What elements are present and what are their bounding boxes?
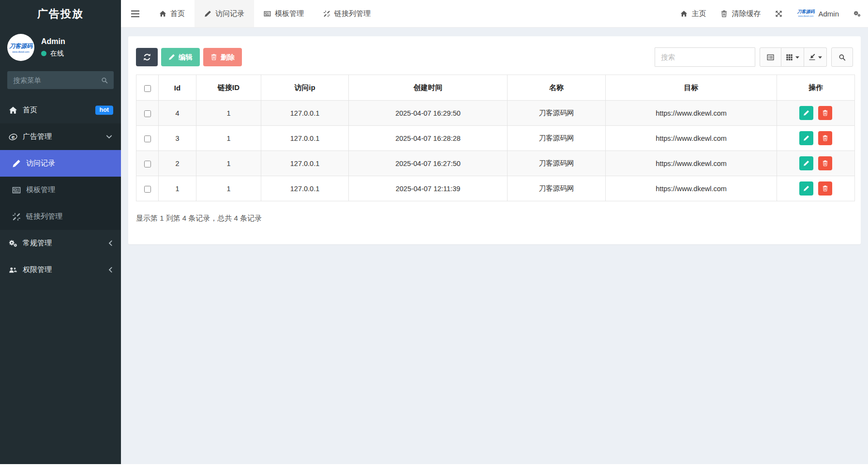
trash-icon	[822, 110, 828, 116]
row-checkbox[interactable]	[144, 186, 151, 193]
trash-icon	[822, 135, 828, 141]
toggle-view-button[interactable]	[760, 47, 781, 67]
avatar-logo-text: 刀客源码	[9, 42, 32, 50]
tab-link-management[interactable]: 链接列管理	[314, 0, 380, 27]
row-edit-button[interactable]	[799, 156, 813, 170]
username: Admin	[818, 10, 839, 18]
records-table: Id 链接ID 访问ip 创建时间 名称 目标 操作 4	[136, 75, 855, 201]
caret-down-icon	[818, 56, 822, 59]
cell-ip: 127.0.0.1	[261, 176, 349, 201]
sidebar-item-general-management[interactable]: 常规管理	[0, 230, 121, 256]
sidebar-item-visit-records[interactable]: 访问记录	[0, 150, 121, 177]
tab-visit-records[interactable]: 访问记录	[195, 0, 254, 27]
cell-created: 2025-04-07 16:29:50	[349, 101, 508, 126]
home-icon	[159, 10, 166, 17]
pencil-icon	[12, 159, 21, 168]
tab-home[interactable]: 首页	[150, 0, 195, 27]
sidebar-item-link-management[interactable]: 链接列管理	[0, 203, 121, 230]
app-title: 广告投放	[0, 0, 121, 28]
edit-button[interactable]: 编辑	[161, 48, 200, 66]
table-row: 3 1 127.0.0.1 2025-04-07 16:28:28 刀客源码网 …	[136, 126, 855, 151]
home-icon	[9, 106, 17, 115]
cell-created: 2025-04-07 16:28:28	[349, 126, 508, 151]
chevron-left-icon	[108, 267, 112, 273]
newspaper-icon	[12, 186, 21, 195]
trash-icon	[210, 54, 217, 60]
cell-link-id: 1	[196, 101, 261, 126]
export-dropdown-button[interactable]	[804, 47, 827, 67]
sidebar-group-ad-management: 广告管理 访问记录 模板管理 链接列管理	[0, 123, 121, 230]
row-edit-button[interactable]	[799, 131, 813, 145]
unlink-icon	[12, 212, 21, 221]
search-button[interactable]	[831, 47, 853, 67]
sidebar-item-label: 模板管理	[26, 185, 55, 195]
top-navbar: 首页 访问记录 模板管理 链接列管理 主页 清	[121, 0, 868, 28]
sidebar-item-ad-management[interactable]: 广告管理	[0, 123, 121, 150]
content: 编辑 删除	[121, 28, 868, 464]
search-icon	[838, 54, 846, 61]
row-checkbox[interactable]	[144, 136, 151, 142]
user-panel: 刀客源码 www.dkewl.com Admin 在线	[0, 28, 121, 68]
fullscreen-button[interactable]	[768, 0, 790, 27]
sidebar-search	[7, 71, 114, 89]
user-menu[interactable]: 刀客源码 www.dkewl.com Admin	[790, 0, 846, 27]
delete-button-label: 删除	[221, 53, 235, 62]
chevron-down-icon	[106, 135, 112, 139]
cell-id: 2	[159, 151, 196, 176]
sidebar-item-template-management[interactable]: 模板管理	[0, 177, 121, 203]
pencil-icon	[803, 110, 809, 116]
user-name: Admin	[41, 37, 65, 46]
tab-template-management[interactable]: 模板管理	[254, 0, 314, 27]
row-delete-button[interactable]	[818, 156, 832, 170]
row-checkbox[interactable]	[144, 161, 151, 167]
sidebar-item-permission-management[interactable]: 权限管理	[0, 256, 121, 283]
row-checkbox[interactable]	[144, 110, 151, 117]
clear-cache-label: 清除缓存	[732, 9, 761, 18]
row-delete-button[interactable]	[818, 106, 832, 120]
sidebar-search-input[interactable]	[13, 76, 101, 84]
home-icon	[680, 10, 688, 17]
bars-icon	[131, 10, 139, 17]
caret-down-icon	[795, 56, 799, 59]
tab-label: 首页	[170, 9, 185, 18]
row-delete-button[interactable]	[818, 181, 832, 196]
cell-id: 4	[159, 101, 196, 126]
sidebar-item-label: 首页	[23, 105, 37, 115]
column-header-target: 目标	[606, 75, 777, 101]
cell-target: https://www.dkewl.com	[606, 151, 777, 176]
refresh-button[interactable]	[136, 48, 158, 66]
cell-name: 刀客源码网	[508, 151, 606, 176]
column-header-actions: 操作	[777, 75, 855, 101]
edit-button-label: 编辑	[179, 53, 193, 62]
cell-id: 3	[159, 126, 196, 151]
navbar-right: 主页 清除缓存 刀客源码 www.dkewl.com Admin	[673, 0, 868, 27]
sidebar-item-home[interactable]: 首页 hot	[0, 97, 121, 123]
cell-ip: 127.0.0.1	[261, 126, 349, 151]
settings-button[interactable]	[846, 0, 868, 27]
avatar-logo-subtext: www.dkewl.com	[12, 50, 30, 53]
cell-ip: 127.0.0.1	[261, 151, 349, 176]
delete-button[interactable]: 删除	[203, 48, 242, 66]
home-link[interactable]: 主页	[673, 0, 713, 27]
sidebar-submenu: 访问记录 模板管理 链接列管理	[0, 150, 121, 230]
cell-target: https://www.dkewl.com	[606, 126, 777, 151]
columns-dropdown-button[interactable]	[781, 47, 804, 67]
select-all-checkbox[interactable]	[144, 85, 151, 92]
users-icon	[9, 266, 17, 274]
trash-icon	[720, 10, 728, 17]
trash-icon	[822, 160, 828, 166]
toolbar-right	[655, 47, 853, 67]
row-edit-button[interactable]	[799, 181, 813, 196]
table-search-input[interactable]	[655, 47, 755, 67]
column-header-link-id: 链接ID	[196, 75, 261, 101]
row-delete-button[interactable]	[818, 131, 832, 145]
ad-icon	[9, 133, 17, 141]
cell-link-id: 1	[196, 176, 261, 201]
tab-label: 访问记录	[215, 9, 244, 18]
row-edit-button[interactable]	[799, 106, 813, 120]
hot-badge: hot	[95, 105, 113, 115]
sidebar-toggle-button[interactable]	[121, 0, 150, 27]
table-header-row: Id 链接ID 访问ip 创建时间 名称 目标 操作	[136, 75, 855, 101]
clear-cache-button[interactable]: 清除缓存	[713, 0, 768, 27]
pencil-icon	[803, 185, 809, 192]
